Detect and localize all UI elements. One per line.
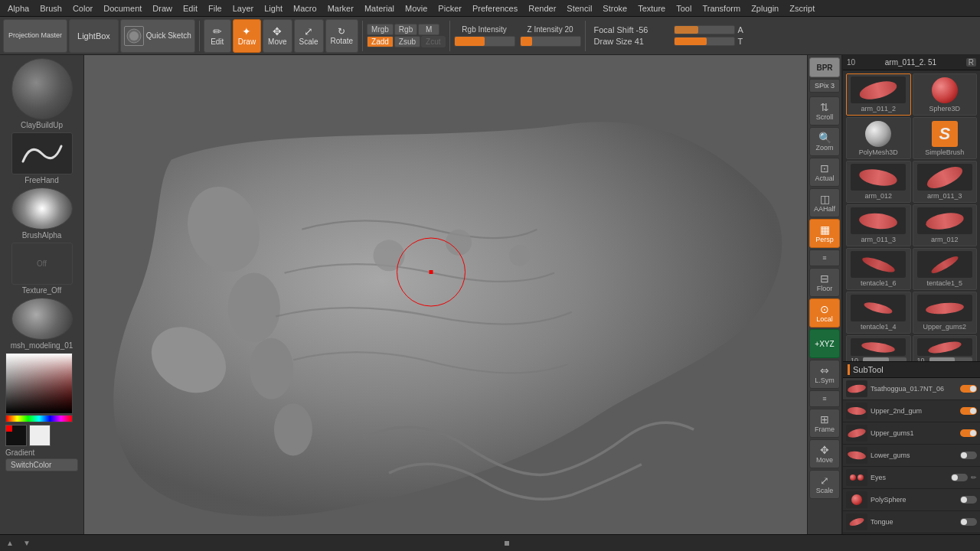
draw-btn[interactable]: ✦ Draw xyxy=(233,19,261,53)
subtool-toggle-tsathoggua[interactable] xyxy=(960,385,977,393)
subtool-edit-eyes[interactable]: ✏ xyxy=(971,474,977,481)
menu-stencil[interactable]: Stencil xyxy=(562,2,596,15)
menu-marker[interactable]: Marker xyxy=(323,2,358,15)
projection-master-btn[interactable]: Projection Master xyxy=(3,19,67,53)
quick-sketch-btn[interactable]: Quick Sketch xyxy=(120,19,195,53)
rgb-intensity-slider[interactable] xyxy=(454,36,515,47)
menu-brush[interactable]: Brush xyxy=(35,2,67,15)
subtool-toggle-polysphere[interactable] xyxy=(960,496,977,504)
menu-render[interactable]: Render xyxy=(524,2,560,15)
color-hue-strip[interactable] xyxy=(5,415,73,422)
thumb-arm011-3b[interactable]: arm_011_3 xyxy=(846,204,911,246)
thumb-arm012[interactable]: arm_012 xyxy=(846,161,911,203)
menu-tool[interactable]: Tool xyxy=(671,2,696,15)
subtool-polysphere[interactable]: PolySphere xyxy=(843,489,980,511)
subtool-toggle-tongue[interactable] xyxy=(960,518,977,526)
actual-btn[interactable]: ⊡ Actual xyxy=(809,158,840,187)
color-gradient[interactable] xyxy=(5,353,73,414)
subtool-tsathoggua[interactable]: Tsathoggua_01.7NT_06 xyxy=(843,378,980,400)
scroll-btn[interactable]: ⇅ Scroll xyxy=(809,96,840,126)
canvas-background[interactable] xyxy=(84,55,807,534)
menu-light[interactable]: Light xyxy=(260,2,287,15)
thumb-arm012b[interactable]: arm_012 xyxy=(913,204,978,246)
subtool-toggle-upper-gums1[interactable] xyxy=(960,429,977,437)
focal-shift-slider[interactable] xyxy=(674,25,735,34)
canvas-area[interactable] xyxy=(84,55,807,534)
thumb-slider-2[interactable] xyxy=(929,357,973,361)
thumb-slider-1[interactable] xyxy=(863,357,906,361)
menu-document[interactable]: Document xyxy=(99,2,146,15)
menu-transform[interactable]: Transform xyxy=(697,2,745,15)
texture-thumb[interactable]: Off xyxy=(11,243,73,285)
subtool-toggle-upper-2nd[interactable] xyxy=(960,407,977,415)
menu-alpha[interactable]: Alpha xyxy=(3,2,34,15)
thumb-arm011-2b[interactable]: 10 arm_011_2 xyxy=(913,335,978,361)
scale-tool-btn[interactable]: ⤢ Scale xyxy=(809,470,840,499)
color-gradient-area[interactable] xyxy=(5,353,78,422)
persp-sub-btn[interactable]: ≡ xyxy=(809,249,840,266)
thumb-polymesh3d[interactable]: PolyMesh3D xyxy=(846,117,911,159)
move-btn[interactable]: ✥ Move xyxy=(263,19,292,53)
draw-size-slider[interactable] xyxy=(674,37,735,46)
rotate-btn[interactable]: ↻ Rotate xyxy=(325,19,358,53)
menu-texture[interactable]: Texture xyxy=(633,2,670,15)
brush-alpha-thumb[interactable] xyxy=(11,187,73,230)
spix-btn[interactable]: SPix 3 xyxy=(809,79,840,93)
mrgb-btn[interactable]: Mrgb xyxy=(367,24,394,35)
menu-preferences[interactable]: Preferences xyxy=(468,2,522,15)
thumb-upper-gums1-2[interactable]: 10 Upper_gums1_2 xyxy=(846,335,911,361)
menu-picker[interactable]: Picker xyxy=(433,2,466,15)
menu-file[interactable]: File xyxy=(204,2,227,15)
bottom-triangle-down[interactable]: ▼ xyxy=(20,539,34,547)
zsub-btn[interactable]: Zsub xyxy=(394,36,420,47)
zcut-btn[interactable]: Zcut xyxy=(421,36,445,47)
swatch-white[interactable] xyxy=(29,425,51,446)
menu-color[interactable]: Color xyxy=(68,2,97,15)
m-btn[interactable]: M xyxy=(418,24,439,35)
thumb-arm011-2[interactable]: arm_011_2 xyxy=(846,73,911,116)
menu-movie[interactable]: Movie xyxy=(400,2,432,15)
menu-draw[interactable]: Draw xyxy=(148,2,177,15)
menu-zscript[interactable]: Zscript xyxy=(785,2,819,15)
msh-modeling-thumb[interactable] xyxy=(11,298,73,340)
subtool-upper-gums1[interactable]: Upper_gums1 xyxy=(843,422,980,445)
subtool-toggle-lower-gums[interactable] xyxy=(960,452,977,459)
lsym-btn[interactable]: ⇔ L.Sym xyxy=(809,360,840,389)
thumb-simplebrush[interactable]: S SimpleBrush xyxy=(913,117,978,159)
menu-zplugin[interactable]: Zplugin xyxy=(746,2,783,15)
zadd-btn[interactable]: Zadd xyxy=(367,36,394,47)
subtool-toggle-eyes[interactable] xyxy=(951,474,968,481)
menu-material[interactable]: Material xyxy=(360,2,399,15)
xyz-btn[interactable]: +XYZ xyxy=(809,329,840,358)
aahalf-btn[interactable]: ◫ AAHalf xyxy=(809,188,840,217)
local-btn[interactable]: ⊙ Local xyxy=(809,298,840,328)
z-intensity-slider[interactable] xyxy=(520,36,581,47)
menu-layer[interactable]: Layer xyxy=(228,2,259,15)
switch-color-btn[interactable]: SwitchColor xyxy=(5,458,78,471)
freehand-thumb[interactable] xyxy=(11,132,73,174)
lightbox-btn[interactable]: LightBox xyxy=(69,19,119,53)
lsym-sub-btn[interactable]: ≡ xyxy=(809,390,840,407)
menu-macro[interactable]: Macro xyxy=(289,2,322,15)
menu-edit[interactable]: Edit xyxy=(178,2,202,15)
bottom-triangle-up[interactable]: ▲ xyxy=(3,539,17,547)
thumb-tentacle4[interactable]: tentacle1_4 xyxy=(846,292,911,334)
thumb-arm011-3[interactable]: arm_011_3 xyxy=(913,161,978,203)
subtool-tongue[interactable]: Tongue xyxy=(843,511,980,533)
subtool-upper-2nd-gum[interactable]: Upper_2nd_gum xyxy=(843,400,980,422)
thumb-tentacle5[interactable]: tentacle1_5 xyxy=(913,248,978,290)
thumb-upper-gums2[interactable]: Upper_gums2 xyxy=(913,292,978,334)
thumb-tentacle6[interactable]: tentacle1_6 xyxy=(846,248,911,290)
zoom-btn[interactable]: 🔍 Zoom xyxy=(809,127,840,156)
move-tool-btn[interactable]: ✥ Move xyxy=(809,439,840,468)
swatch-black[interactable] xyxy=(5,425,27,446)
edit-btn[interactable]: ✏ Edit xyxy=(204,19,231,53)
scale-btn[interactable]: ⤢ Scale xyxy=(294,19,324,53)
bpr-btn[interactable]: BPR xyxy=(809,57,840,77)
menu-stroke[interactable]: Stroke xyxy=(598,2,632,15)
subtool-eyes[interactable]: Eyes ✏ xyxy=(843,467,980,489)
subtool-lower-gums[interactable]: Lower_gums xyxy=(843,445,980,467)
thumb-sphere3d[interactable]: Sphere3D xyxy=(913,73,978,116)
floor-btn[interactable]: ⊟ Floor xyxy=(809,268,840,297)
rgb-btn[interactable]: Rgb xyxy=(394,24,417,35)
